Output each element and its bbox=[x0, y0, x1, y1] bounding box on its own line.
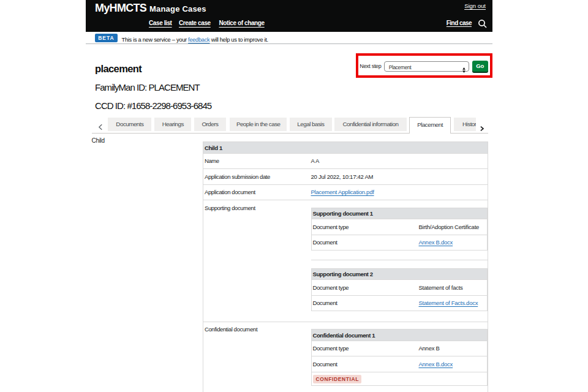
table-row: Name A A bbox=[203, 153, 488, 169]
row-label: Document type bbox=[311, 341, 418, 356]
table-row: Document Statement of Facts.docx bbox=[311, 295, 488, 311]
row-label: Document bbox=[311, 295, 418, 311]
nested-collection-cell: Confidential document 1 Document type An… bbox=[310, 322, 488, 392]
table-header-row: Supporting document 2 bbox=[311, 268, 488, 280]
row-label: Confidential document bbox=[203, 322, 310, 392]
case-table: Child 1 Name A A Application submission … bbox=[203, 142, 488, 392]
case-title: placement bbox=[95, 64, 141, 74]
tab-orders[interactable]: Orders bbox=[194, 118, 226, 131]
row-label: Application submission date bbox=[203, 169, 310, 185]
app-container: MyHMCTS Manage Cases Sign out Case list … bbox=[86, 0, 492, 392]
next-step-label: Next step bbox=[360, 64, 381, 69]
table-row: Document Annex B.docx bbox=[311, 235, 488, 251]
table-row: Document type Annex B bbox=[311, 341, 488, 356]
row-label: Document bbox=[311, 356, 418, 372]
tab-hearings[interactable]: Hearings bbox=[154, 118, 191, 131]
phase-banner: BETA This is a new service – your feedba… bbox=[86, 32, 492, 44]
ccd-id: CCD ID: #1658-2298-6953-6845 bbox=[95, 101, 211, 110]
row-value: Annex B bbox=[418, 341, 488, 356]
beta-tag: BETA bbox=[95, 34, 118, 42]
page: MyHMCTS Manage Cases Sign out Case list … bbox=[0, 0, 588, 392]
confidential-document-1-table: Confidential document 1 Document type An… bbox=[311, 329, 488, 386]
collection-title: Supporting document 2 bbox=[311, 268, 488, 280]
supporting-document-2-link[interactable]: Statement of Facts.docx bbox=[419, 300, 478, 306]
field-label-child: Child bbox=[92, 138, 105, 144]
tabs-scroll-right-icon[interactable] bbox=[480, 123, 484, 134]
nav-notice-of-change[interactable]: Notice of change bbox=[219, 20, 265, 26]
table-row: Supporting document Supporting document … bbox=[203, 200, 488, 322]
collection-title: Confidential document 1 bbox=[311, 330, 488, 341]
table-row: Application document Placement Applicati… bbox=[203, 184, 488, 200]
nested-collection-cell: Supporting document 1 Document type Birt… bbox=[310, 200, 488, 322]
row-label: Name bbox=[203, 153, 310, 169]
sign-out-link[interactable]: Sign out bbox=[464, 3, 486, 9]
row-value: A A bbox=[310, 153, 488, 169]
table-title: Child 1 bbox=[203, 142, 488, 153]
brand-logo[interactable]: MyHMCTS bbox=[95, 2, 146, 13]
table-row: Document type Statement of facts bbox=[311, 280, 488, 296]
table-header-row: Child 1 bbox=[203, 142, 488, 153]
tabs-scroll-left-icon[interactable] bbox=[98, 122, 103, 133]
nav-create-case[interactable]: Create case bbox=[179, 20, 211, 26]
badge-cell: CONFIDENTIAL bbox=[311, 372, 488, 386]
confidential-document-1-link[interactable]: Annex B.docx bbox=[419, 361, 453, 368]
row-label: Supporting document bbox=[203, 200, 310, 322]
table-row: Document Annex B.docx bbox=[311, 356, 488, 372]
tab-documents[interactable]: Documents bbox=[108, 118, 151, 131]
phase-text-before: This is a new service – your bbox=[122, 37, 189, 43]
row-value: 20 Jul 2022, 10:17:42 AM bbox=[310, 169, 488, 185]
row-label: Document type bbox=[311, 219, 418, 235]
next-step-selected-value: Placement bbox=[389, 65, 412, 70]
supporting-document-1-table: Supporting document 1 Document type Birt… bbox=[311, 208, 488, 251]
next-step-highlight-box: Next step Placement Go bbox=[356, 53, 492, 78]
row-label: Document bbox=[311, 235, 418, 251]
next-step-select[interactable]: Placement bbox=[384, 61, 469, 72]
go-button[interactable]: Go bbox=[472, 61, 488, 72]
nav-case-list[interactable]: Case list bbox=[149, 20, 172, 26]
row-value: Annex B.docx bbox=[418, 235, 488, 251]
row-value: Placement Application.pdf bbox=[310, 184, 488, 200]
application-document-link[interactable]: Placement Application.pdf bbox=[311, 189, 374, 195]
phase-text-after: will help us to improve it. bbox=[209, 37, 268, 43]
table-row: CONFIDENTIAL bbox=[311, 372, 488, 386]
phase-banner-text: This is a new service – your feedback wi… bbox=[122, 37, 268, 43]
table-header-row: Confidential document 1 bbox=[311, 330, 488, 341]
tab-legal-basis[interactable]: Legal basis bbox=[290, 118, 332, 131]
feedback-link[interactable]: feedback bbox=[188, 37, 209, 43]
nav-find-case[interactable]: Find case bbox=[447, 20, 472, 26]
tab-history-clipped[interactable]: History bbox=[454, 118, 476, 131]
supporting-document-1-link[interactable]: Annex B.docx bbox=[419, 239, 453, 246]
masthead: MyHMCTS Manage Cases Sign out Case list … bbox=[86, 0, 492, 32]
table-header-row: Supporting document 1 bbox=[311, 208, 488, 219]
tab-history-label: History bbox=[454, 118, 476, 131]
case-details-table: Child 1 Name A A Application submission … bbox=[203, 141, 488, 392]
tab-people-in-the-case[interactable]: People in the case bbox=[230, 118, 287, 131]
search-icon[interactable] bbox=[478, 19, 488, 29]
service-name[interactable]: Manage Cases bbox=[149, 5, 206, 13]
row-value: Birth/Adoption Certificate bbox=[418, 219, 488, 235]
table-row: Document type Birth/Adoption Certificate bbox=[311, 219, 488, 235]
table-row: Confidential document Confidential docum… bbox=[203, 322, 488, 392]
tab-placement-active[interactable]: Placement bbox=[409, 117, 451, 134]
confidential-badge: CONFIDENTIAL bbox=[313, 375, 361, 383]
familyman-id: FamilyMan ID: PLACEMENT bbox=[95, 83, 200, 92]
row-label: Application document bbox=[203, 184, 310, 200]
collection-title: Supporting document 1 bbox=[311, 208, 488, 219]
row-value: Annex B.docx bbox=[418, 356, 488, 372]
row-value: Statement of facts bbox=[418, 280, 488, 296]
tab-confidential-information[interactable]: Confidential information bbox=[334, 118, 407, 131]
row-value: Statement of Facts.docx bbox=[418, 295, 488, 311]
supporting-document-2-table: Supporting document 2 Document type Stat… bbox=[311, 268, 488, 312]
collection-divider bbox=[311, 260, 488, 260]
row-label: Document type bbox=[311, 280, 418, 296]
table-row: Application submission date 20 Jul 2022,… bbox=[203, 169, 488, 185]
select-spinner-icon bbox=[462, 64, 466, 70]
